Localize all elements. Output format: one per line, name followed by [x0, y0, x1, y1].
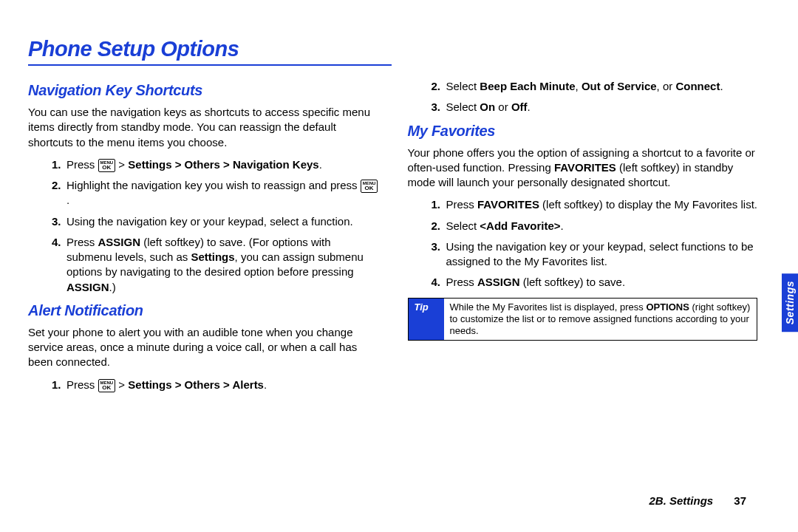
- page-footer: 2B. Settings 37: [649, 494, 746, 507]
- fav-step-3: 3. Using the navigation key or your keyp…: [432, 239, 758, 270]
- fav-step-1: 1. Press FAVORITES (left softkey) to dis…: [432, 197, 758, 212]
- fav-step-2: 2. Select <Add Favorite>.: [432, 219, 758, 233]
- page-title: Phone Setup Options: [28, 37, 757, 61]
- nav-blurb: You can use the navigation keys as short…: [28, 105, 378, 150]
- footer-section: 2B. Settings: [649, 494, 713, 507]
- side-tab-settings: Settings: [782, 273, 798, 332]
- heading-favorites: My Favorites: [408, 121, 758, 141]
- right-column: 2. Select Beep Each Minute, Out of Servi…: [408, 75, 758, 502]
- footer-page-number: 37: [734, 494, 746, 507]
- heading-nav-shortcuts: Navigation Key Shortcuts: [28, 81, 378, 100]
- menu-ok-icon: MENUOK: [98, 159, 116, 172]
- title-rule: [28, 64, 392, 66]
- tip-box: Tip While the My Favorites list is displ…: [408, 298, 758, 341]
- tip-label: Tip: [409, 299, 444, 341]
- alert-step-1: 1. Press MENUOK > Settings > Others > Al…: [52, 378, 378, 392]
- tip-text: While the My Favorites list is displayed…: [444, 299, 757, 341]
- menu-ok-icon: MENUOK: [361, 180, 378, 193]
- nav-step-4: 4. Press ASSIGN (left softkey) to save. …: [52, 235, 378, 295]
- alert-step-3: 3. Select On or Off.: [432, 100, 758, 115]
- nav-step-1: 1. Press MENUOK > Settings > Others > Na…: [52, 157, 378, 172]
- alert-blurb: Set your phone to alert you with an audi…: [28, 325, 378, 370]
- menu-ok-icon: MENUOK: [98, 379, 116, 392]
- left-column: Navigation Key Shortcuts You can use the…: [28, 75, 378, 502]
- alert-step-2: 2. Select Beep Each Minute, Out of Servi…: [432, 79, 758, 94]
- nav-step-2: 2. Highlight the navigation key you wish…: [52, 178, 378, 208]
- nav-step-3: 3. Using the navigation key or your keyp…: [52, 214, 378, 229]
- fav-step-4: 4. Press ASSIGN (left softkey) to save.: [432, 275, 758, 290]
- heading-alert: Alert Notification: [28, 301, 378, 321]
- fav-blurb: Your phone offers you the option of assi…: [408, 146, 758, 191]
